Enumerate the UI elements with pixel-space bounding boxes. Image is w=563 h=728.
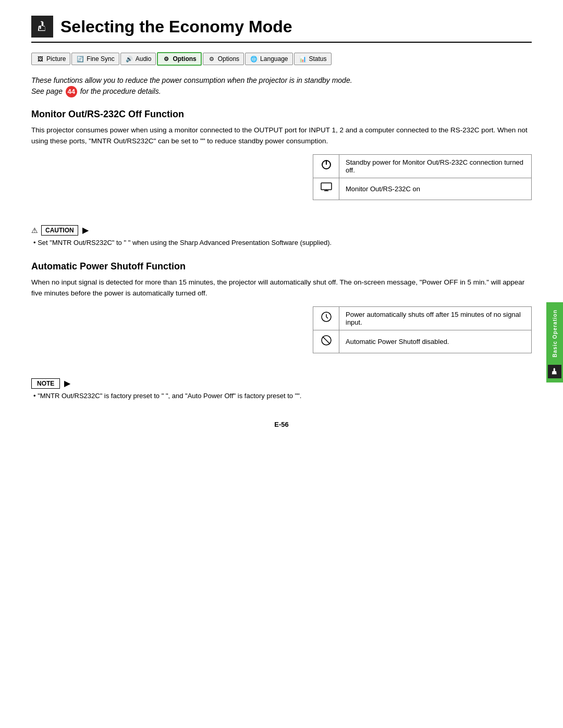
monitor-table: Standby power for Monitor Out/RS-232C co… — [313, 154, 532, 200]
audio-tab-icon: 🔊 — [125, 55, 133, 63]
shutoff-row2-text: Automatic Power Shutoff disabled. — [339, 330, 532, 353]
side-tab-hand-icon — [548, 365, 561, 378]
caution-arrow-icon: ▶ — [82, 225, 89, 235]
side-tab-text: Basic Operation — [552, 306, 558, 361]
tab-audio[interactable]: 🔊 Audio — [120, 53, 156, 65]
monitor-row1-text: Standby power for Monitor Out/RS-232C co… — [339, 154, 532, 178]
shutoff-row1-text: Power automatically shuts off after 15 m… — [339, 306, 532, 330]
hand-side-icon — [550, 367, 559, 376]
hand-icon — [35, 19, 50, 34]
title-icon — [31, 16, 53, 38]
caution-item-1: Set "MNTR Out/RS232C" to " " when using … — [33, 239, 532, 246]
intro-text3: for the procedure details. — [80, 87, 161, 95]
intro-text2: See page — [31, 87, 63, 95]
intro-paragraph: These functions allow you to reduce the … — [31, 75, 532, 97]
monitor-row1-icon — [313, 154, 339, 178]
note-header: NOTE ▶ — [31, 378, 532, 389]
page-number: E-56 — [31, 421, 532, 428]
tab-language-label: Language — [260, 55, 288, 63]
auto-shutoff-section: Automatic Power Shutoff Function When no… — [31, 261, 532, 400]
page-ref-badge: 44 — [66, 86, 77, 97]
monitor-section-body: This projector consumes power when using… — [31, 125, 532, 147]
note-content: "MNTR Out/RS232C" is factory preset to "… — [33, 392, 532, 400]
monitor-row2-text: Monitor Out/RS-232C on — [339, 178, 532, 200]
shutoff-row1-icon — [313, 306, 339, 330]
tab-language[interactable]: 🌐 Language — [245, 53, 292, 65]
language-tab-icon: 🌐 — [250, 55, 258, 63]
timer-icon — [320, 311, 333, 323]
caution-header: ⚠ CAUTION ▶ — [31, 225, 532, 236]
tab-finesync-label: Fine Sync — [87, 55, 114, 63]
nav-tabs: 🖼 Picture 🔄 Fine Sync 🔊 Audio ⚙ Options … — [31, 52, 532, 66]
status-tab-icon: 📊 — [299, 55, 307, 63]
tab-status-label: Status — [309, 55, 327, 63]
auto-shutoff-heading: Automatic Power Shutoff Function — [31, 261, 532, 272]
tab-options1-label: Options — [173, 55, 196, 63]
tab-finesync[interactable]: 🔄 Fine Sync — [71, 53, 119, 65]
note-label: NOTE — [31, 378, 60, 389]
shutoff-table-row-2: Automatic Power Shutoff disabled. — [313, 330, 532, 353]
monitor-row2-icon — [313, 178, 339, 200]
tab-picture-label: Picture — [46, 55, 66, 63]
tab-options-2[interactable]: ⚙ Options — [203, 53, 244, 65]
shutoff-table-row-1: Power automatically shuts off after 15 m… — [313, 306, 532, 330]
note-block: NOTE ▶ "MNTR Out/RS232C" is factory pres… — [31, 378, 532, 400]
auto-shutoff-table-wrapper: Power automatically shuts off after 15 m… — [31, 306, 532, 363]
monitor-section-heading: Monitor Out/RS-232C Off Function — [31, 109, 532, 120]
tab-options-1[interactable]: ⚙ Options — [157, 52, 201, 66]
warning-triangle-icon: ⚠ — [31, 226, 38, 235]
finesync-tab-icon: 🔄 — [76, 55, 84, 63]
page-container: Selecting the Economy Mode 🖼 Picture 🔄 F… — [0, 0, 563, 460]
auto-shutoff-body: When no input signal is detected for mor… — [31, 277, 532, 299]
tab-status[interactable]: 📊 Status — [294, 53, 332, 65]
note-arrow-icon: ▶ — [64, 378, 70, 388]
disabled-icon — [320, 334, 333, 347]
picture-tab-icon: 🖼 — [36, 55, 44, 63]
monitor-icon — [320, 182, 333, 193]
note-list: "MNTR Out/RS232C" is factory preset to "… — [33, 392, 532, 400]
options1-tab-icon: ⚙ — [162, 55, 170, 63]
svg-rect-3 — [321, 183, 332, 190]
tab-picture[interactable]: 🖼 Picture — [31, 53, 70, 65]
page-title: Selecting the Economy Mode — [60, 17, 292, 36]
monitor-section: Monitor Out/RS-232C Off Function This pr… — [31, 109, 532, 246]
side-tab: Basic Operation — [546, 302, 563, 382]
caution-content: Set "MNTR Out/RS232C" to " " when using … — [33, 239, 532, 246]
monitor-table-row-1: Standby power for Monitor Out/RS-232C co… — [313, 154, 532, 178]
options2-tab-icon: ⚙ — [207, 55, 216, 63]
caution-list: Set "MNTR Out/RS232C" to " " when using … — [33, 239, 532, 246]
caution-block: ⚠ CAUTION ▶ Set "MNTR Out/RS232C" to " "… — [31, 225, 532, 246]
monitor-table-wrapper: Standby power for Monitor Out/RS-232C co… — [31, 154, 532, 209]
auto-shutoff-table: Power automatically shuts off after 15 m… — [313, 306, 532, 353]
title-bar: Selecting the Economy Mode — [31, 16, 532, 43]
tab-options2-label: Options — [218, 55, 239, 63]
standby-icon — [320, 158, 333, 171]
note-item-1: "MNTR Out/RS232C" is factory preset to "… — [33, 392, 532, 400]
intro-text1: These functions allow you to reduce the … — [31, 76, 352, 84]
shutoff-row2-icon — [313, 330, 339, 353]
caution-label: CAUTION — [41, 225, 78, 236]
monitor-table-row-2: Monitor Out/RS-232C on — [313, 178, 532, 200]
tab-audio-label: Audio — [136, 55, 152, 63]
svg-line-8 — [323, 337, 330, 344]
svg-rect-0 — [40, 26, 41, 29]
